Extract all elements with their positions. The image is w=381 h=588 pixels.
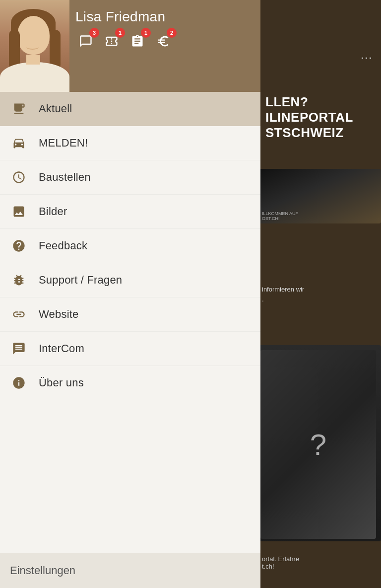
nav-label-support: Support / Fragen	[39, 274, 122, 287]
nav-item-melden[interactable]: MELDEN!	[0, 126, 260, 160]
news-icon	[12, 102, 26, 116]
euro-icon-wrap[interactable]: 2	[153, 31, 174, 52]
nav-item-website[interactable]: Website	[0, 297, 260, 332]
bottom-paragraph: ortal. Erfahret.ch!	[262, 555, 377, 570]
clipboard-badge: 1	[141, 28, 151, 38]
nav-icon-support	[10, 271, 28, 289]
nav-icon-melden	[10, 134, 28, 152]
profile-actions-row: 3 1	[75, 31, 254, 52]
link-icon	[12, 307, 26, 321]
nav-label-feedback: Feedback	[39, 239, 87, 252]
voucher-badge: 1	[115, 28, 125, 38]
laptop-image-block: ?	[255, 345, 381, 541]
nav-icon-feedback	[10, 237, 28, 255]
main-hero-image: ILLKOMMEN AUFOST.CH!	[258, 169, 381, 223]
hero-overlay: ILLKOMMEN AUFOST.CH!	[258, 169, 381, 223]
main-body-text: informieren wir.	[258, 281, 381, 308]
info-icon	[12, 376, 26, 390]
nav-icon-baustellen	[10, 168, 28, 186]
nav-icon-uber-uns	[10, 374, 28, 392]
clock-icon	[12, 170, 26, 184]
nav-label-aktuell: Aktuell	[39, 102, 72, 115]
car-icon	[12, 136, 26, 150]
body-paragraph: informieren wir.	[262, 285, 377, 304]
nav-item-aktuell[interactable]: Aktuell	[0, 92, 260, 126]
nav-list: Aktuell MELDEN! Baustellen	[0, 92, 260, 553]
profile-info: Lisa Friedman 3	[69, 0, 260, 61]
chat-badge: 3	[89, 28, 99, 38]
nav-item-support[interactable]: Support / Fragen	[0, 263, 260, 297]
profile-name: Lisa Friedman	[75, 9, 254, 25]
chat-bubble-icon	[12, 342, 26, 356]
clipboard-icon-wrap[interactable]: 1	[127, 31, 148, 52]
settings-button[interactable]: Einstellungen	[10, 564, 75, 577]
main-title-block: LLEN? ILINEPORTAL STSCHWEIZ	[260, 89, 381, 146]
nav-item-uber-uns[interactable]: Über uns	[0, 366, 260, 400]
question-mark: ?	[310, 428, 326, 462]
nav-icon-aktuell	[10, 100, 28, 118]
nav-label-melden: MELDEN!	[39, 137, 88, 149]
euro-badge: 2	[167, 28, 177, 38]
drawer-footer: Einstellungen	[0, 553, 260, 588]
nav-label-bilder: Bilder	[39, 205, 67, 218]
nav-item-bilder[interactable]: Bilder	[0, 195, 260, 229]
nav-item-baustellen[interactable]: Baustellen	[0, 160, 260, 195]
nav-icon-bilder	[10, 203, 28, 220]
nav-icon-intercom	[10, 340, 28, 358]
bug-icon	[12, 273, 26, 287]
nav-icon-website	[10, 305, 28, 323]
laptop-screen: ?	[260, 350, 376, 539]
navigation-drawer: Lisa Friedman 3	[0, 0, 260, 588]
main-title: LLEN? ILINEPORTAL STSCHWEIZ	[265, 94, 376, 141]
nav-label-baustellen: Baustellen	[39, 171, 91, 184]
nav-item-feedback[interactable]: Feedback	[0, 229, 260, 263]
voucher-icon-wrap[interactable]: 1	[101, 31, 122, 52]
avatar-image	[0, 0, 69, 92]
nav-label-uber-uns: Über uns	[39, 376, 84, 389]
nav-label-website: Website	[39, 308, 78, 321]
nav-item-intercom[interactable]: InterCom	[0, 332, 260, 366]
chat-icon-wrap[interactable]: 3	[75, 31, 96, 52]
profile-header: Lisa Friedman 3	[0, 0, 260, 92]
avatar	[0, 0, 69, 92]
nav-label-intercom: InterCom	[39, 342, 84, 355]
question-icon	[12, 239, 26, 253]
bottom-text-block: ortal. Erfahret.ch!	[258, 551, 381, 574]
more-options-icon[interactable]: ⋮	[360, 52, 374, 65]
image-icon	[12, 205, 26, 219]
hero-image-text: ILLKOMMEN AUFOST.CH!	[262, 211, 298, 221]
